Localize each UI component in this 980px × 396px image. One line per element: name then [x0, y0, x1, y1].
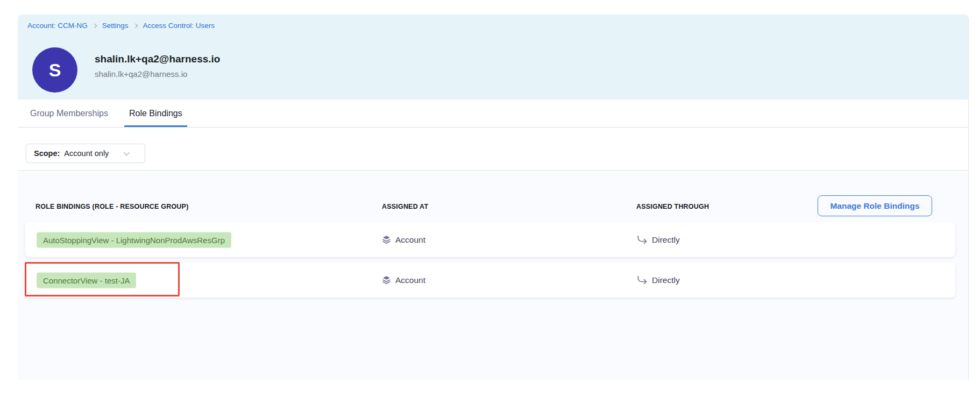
assigned-at-cell: Account: [382, 275, 425, 285]
assigned-at-label: Account: [395, 275, 425, 285]
avatar: S: [32, 47, 77, 93]
assigned-through-cell: Directly: [636, 235, 680, 245]
layers-icon: [382, 235, 391, 244]
role-binding-badge: AutoStoppingView - LightwingNonProdAwsRe…: [37, 232, 231, 247]
layers-icon: [382, 275, 391, 285]
user-details-header: Account: CCM-NG Settings Access Control:…: [18, 15, 968, 100]
content-panel: Account: CCM-NG Settings Access Control:…: [18, 15, 969, 380]
scope-dropdown-label: Scope:: [34, 149, 60, 158]
directly-arrow-icon: [636, 235, 648, 244]
manage-role-bindings-button[interactable]: Manage Role Bindings: [818, 195, 932, 216]
breadcrumb-access-control-users-link[interactable]: Access Control: Users: [143, 22, 215, 30]
assigned-at-label: Account: [395, 235, 425, 245]
directly-arrow-icon: [636, 275, 648, 285]
tab-role-bindings[interactable]: Role Bindings: [124, 100, 187, 127]
breadcrumb: Account: CCM-NG Settings Access Control:…: [27, 22, 215, 30]
scope-dropdown-value: Account only: [64, 149, 109, 158]
role-binding-badge: ConnectorView - test-JA: [37, 272, 136, 288]
scope-dropdown[interactable]: Scope: Account only: [26, 144, 145, 163]
assigned-at-cell: Account: [382, 235, 425, 245]
table-row: AutoStoppingView - LightwingNonProdAwsRe…: [25, 222, 955, 257]
user-name: shalin.lk+qa2@harness.io: [95, 53, 220, 65]
column-header-assigned-at: ASSIGNED AT: [382, 203, 428, 210]
breadcrumb-account-link[interactable]: Account: CCM-NG: [27, 22, 88, 30]
tab-bar: Group Memberships Role Bindings: [18, 100, 968, 128]
assigned-through-label: Directly: [652, 275, 680, 285]
table-row: ConnectorView - test-JA Account: [25, 263, 955, 298]
chevron-right-icon: [133, 23, 137, 27]
assigned-through-label: Directly: [652, 235, 680, 245]
column-header-assigned-through: ASSIGNED THROUGH: [636, 203, 709, 210]
chevron-down-icon: [124, 150, 130, 155]
chevron-right-icon: [93, 23, 97, 27]
breadcrumb-settings-link[interactable]: Settings: [102, 22, 129, 30]
tab-group-memberships[interactable]: Group Memberships: [25, 100, 113, 127]
page: Account: CCM-NG Settings Access Control:…: [0, 0, 980, 396]
filter-row: Scope: Account only: [18, 128, 968, 171]
user-email: shalin.lk+qa2@harness.io: [95, 69, 187, 79]
assigned-through-cell: Directly: [636, 275, 680, 285]
column-header-role-bindings: ROLE BINDINGS (ROLE - RESOURCE GROUP): [35, 203, 189, 210]
role-bindings-section: ROLE BINDINGS (ROLE - RESOURCE GROUP) AS…: [18, 171, 968, 380]
